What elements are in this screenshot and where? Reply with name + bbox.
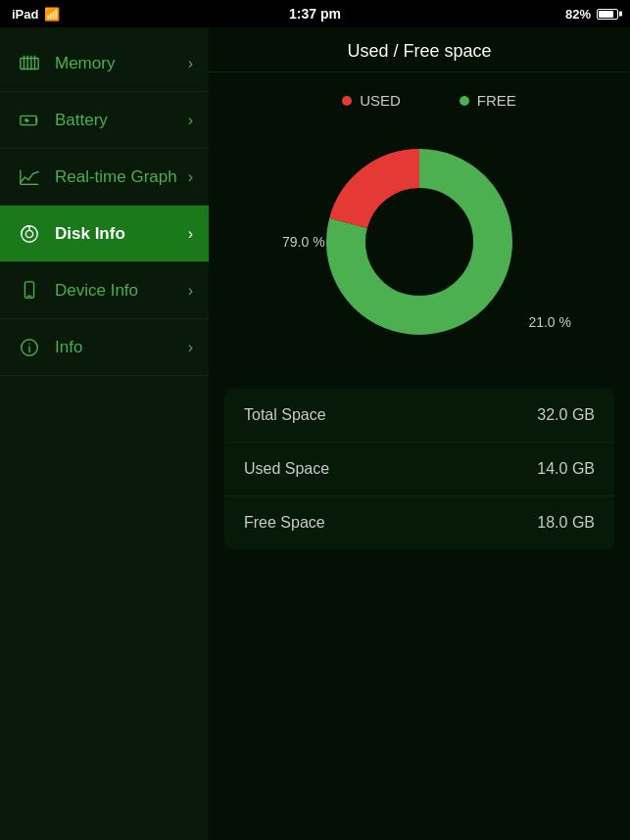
battery-outline [597, 9, 618, 20]
battery-svg [19, 110, 40, 131]
device-label: iPad [12, 7, 38, 22]
free-legend-label: FREE [477, 92, 516, 109]
wifi-icon: 📶 [44, 7, 60, 22]
free-percent-label: 79.0 % [282, 234, 325, 250]
stats-row-free: Free Space 18.0 GB [224, 496, 614, 549]
used-percent-label: 21.0 % [528, 314, 571, 330]
realtime-chevron: › [188, 168, 193, 186]
info-label: Info [55, 338, 188, 357]
info-chevron: › [188, 339, 193, 356]
sidebar-item-info[interactable]: Info › [0, 319, 209, 376]
free-space-label: Free Space [244, 514, 325, 532]
sidebar-item-disk[interactable]: Disk Info › [0, 206, 209, 262]
memory-svg [19, 53, 40, 74]
app-container: Memory › Battery › [0, 27, 630, 840]
svg-point-19 [28, 343, 29, 344]
donut-chart: 79.0 % 21.0 % [312, 134, 527, 350]
sidebar-item-battery[interactable]: Battery › [0, 92, 209, 149]
donut-svg [312, 134, 527, 350]
used-dot [342, 96, 352, 106]
battery-chevron: › [188, 112, 193, 129]
content-title: Used / Free space [209, 27, 630, 72]
battery-label: Battery [55, 111, 188, 130]
sidebar: Memory › Battery › [0, 27, 209, 840]
graph-icon [16, 163, 43, 191]
disk-svg [19, 223, 40, 245]
used-legend-label: USED [360, 92, 401, 109]
battery-percentage: 82% [565, 7, 591, 22]
info-icon [16, 334, 43, 361]
svg-rect-0 [21, 58, 38, 69]
graph-svg [19, 166, 40, 188]
used-space-label: Used Space [244, 460, 329, 478]
battery-nav-icon [16, 107, 43, 134]
device-icon [16, 277, 43, 304]
stats-row-total: Total Space 32.0 GB [224, 389, 614, 443]
used-space-value: 14.0 GB [537, 460, 595, 478]
status-bar: iPad 📶 1:37 pm 82% [0, 0, 630, 27]
sidebar-item-device[interactable]: Device Info › [0, 262, 209, 319]
device-label: Device Info [55, 281, 188, 301]
info-svg [19, 337, 40, 358]
sidebar-item-realtime[interactable]: Real-time Graph › [0, 149, 209, 206]
status-time: 1:37 pm [289, 6, 341, 22]
battery-indicator [597, 9, 618, 20]
status-right: 82% [565, 7, 618, 22]
disk-label: Disk Info [55, 224, 188, 244]
memory-icon [16, 50, 43, 77]
disk-chevron: › [188, 225, 193, 243]
stats-table: Total Space 32.0 GB Used Space 14.0 GB F… [224, 389, 614, 549]
legend-free: FREE [460, 92, 516, 109]
memory-label: Memory [55, 54, 188, 73]
free-space-value: 18.0 GB [537, 514, 595, 532]
sidebar-item-memory[interactable]: Memory › [0, 35, 209, 92]
battery-fill [599, 11, 613, 18]
realtime-label: Real-time Graph [55, 167, 188, 187]
total-space-label: Total Space [244, 406, 326, 424]
donut-section: USED FREE 79.0 % [209, 72, 630, 379]
disk-icon [16, 220, 43, 248]
svg-point-13 [25, 230, 32, 237]
chart-legend: USED FREE [322, 92, 516, 109]
status-left: iPad 📶 [12, 7, 60, 22]
donut-hole [370, 193, 468, 291]
device-svg [19, 280, 40, 302]
free-dot [460, 96, 469, 106]
device-chevron: › [188, 282, 193, 300]
total-space-value: 32.0 GB [537, 406, 595, 424]
memory-chevron: › [188, 55, 193, 72]
stats-row-used: Used Space 14.0 GB [224, 443, 614, 496]
legend-used: USED [342, 92, 401, 109]
main-content: Used / Free space USED FREE 79.0 % [209, 27, 630, 840]
